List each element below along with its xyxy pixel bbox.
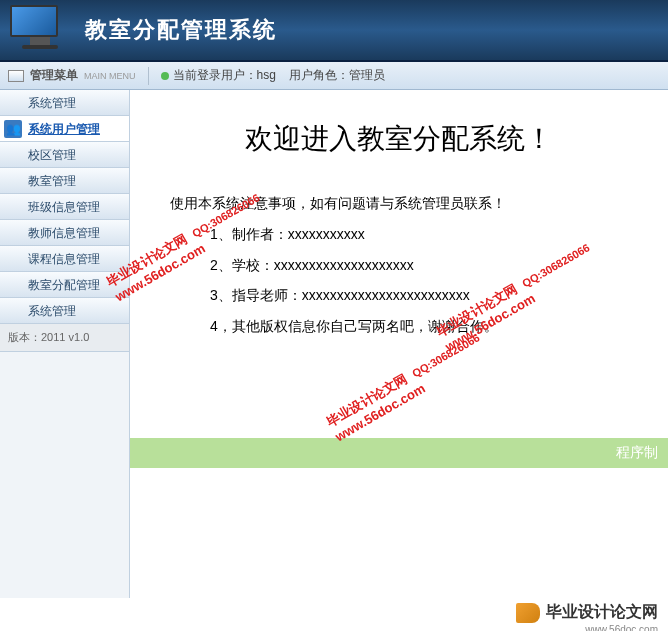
sidebar-item-course-info[interactable]: 课程信息管理 [0, 246, 129, 272]
version-label: 版本：2011 v1.0 [0, 324, 129, 352]
sidebar-item-campus[interactable]: 校区管理 [0, 142, 129, 168]
footer-url: www.56doc.com [585, 624, 658, 631]
sidebar-item-system2[interactable]: 系统管理 [0, 298, 129, 324]
footer-brand: 毕业设计论文网 [546, 602, 658, 623]
notice-block: 使用本系统注意事项，如有问题请与系统管理员联系！ 1、制作者：xxxxxxxxx… [170, 188, 638, 342]
sidebar-item-teacher-info[interactable]: 教师信息管理 [0, 220, 129, 246]
status-user: 当前登录用户：hsg 用户角色：管理员 [173, 67, 386, 84]
book-icon [516, 603, 540, 623]
sidebar-item-classroom[interactable]: 教室管理 [0, 168, 129, 194]
notice-line3: 3、指导老师：xxxxxxxxxxxxxxxxxxxxxxxx [170, 280, 638, 311]
divider [148, 67, 149, 85]
content-area: 欢迎进入教室分配系统！ 使用本系统注意事项，如有问题请与系统管理员联系！ 1、制… [130, 90, 668, 598]
notice-line2: 2、学校：xxxxxxxxxxxxxxxxxxxx [170, 250, 638, 281]
notice-intro: 使用本系统注意事项，如有问题请与系统管理员联系！ [170, 188, 638, 219]
sidebar-item-user-mgmt[interactable]: 系统用户管理 [0, 116, 129, 142]
main: 系统管理 系统用户管理 校区管理 教室管理 班级信息管理 教师信息管理 课程信息… [0, 90, 668, 598]
notice-line4: 4，其他版权信息你自己写两名吧，谢谢合作。 [170, 311, 638, 342]
toolbar: 管理菜单 MAIN MENU 当前登录用户：hsg 用户角色：管理员 [0, 62, 668, 90]
monitor-icon [10, 5, 70, 55]
menu-icon [8, 70, 24, 82]
sidebar: 系统管理 系统用户管理 校区管理 教室管理 班级信息管理 教师信息管理 课程信息… [0, 90, 130, 598]
footer-green-bar: 程序制 [130, 438, 668, 468]
notice-line1: 1、制作者：xxxxxxxxxxx [170, 219, 638, 250]
app-title: 教室分配管理系统 [85, 15, 277, 45]
footer-logo: 毕业设计论文网 [516, 602, 658, 623]
menu-sublabel: MAIN MENU [84, 71, 136, 81]
app-header: 教室分配管理系统 [0, 0, 668, 62]
menu-label: 管理菜单 [30, 67, 78, 84]
welcome-title: 欢迎进入教室分配系统！ [160, 120, 638, 158]
sidebar-item-class-info[interactable]: 班级信息管理 [0, 194, 129, 220]
sidebar-item-allocation[interactable]: 教室分配管理 [0, 272, 129, 298]
sidebar-item-system[interactable]: 系统管理 [0, 90, 129, 116]
status-dot-icon [161, 72, 169, 80]
